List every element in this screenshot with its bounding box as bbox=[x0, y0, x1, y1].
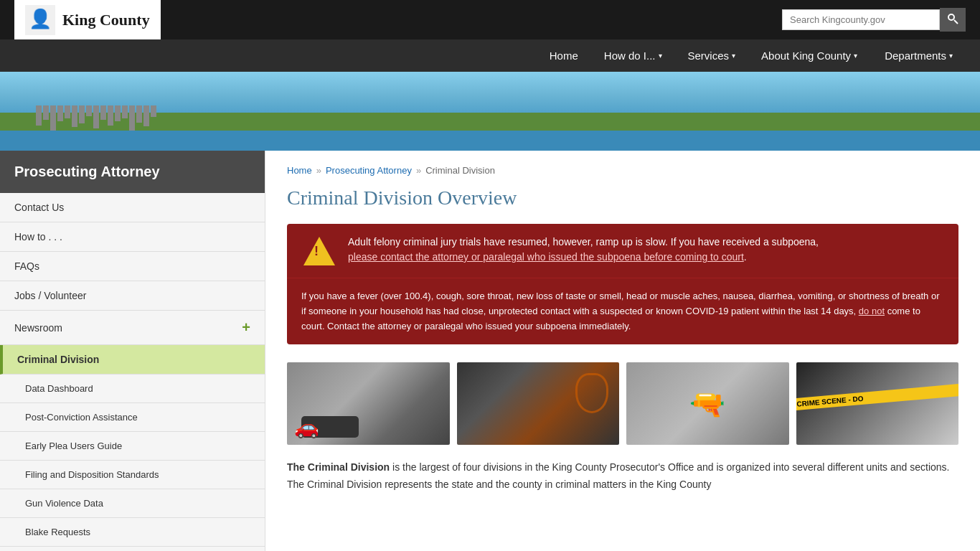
sidebar-item-newsroom[interactable]: Newsroom + bbox=[0, 311, 265, 345]
alert-bottom: If you have a fever (over 100.4), cough,… bbox=[287, 278, 958, 344]
sidebar-item-faqs[interactable]: FAQs bbox=[0, 252, 265, 281]
main-content: Home » Prosecuting Attorney » Criminal D… bbox=[265, 151, 980, 551]
sidebar-item-gun-violence[interactable]: Gun Violence Data bbox=[0, 489, 265, 518]
description-text: The Criminal Division is the largest of … bbox=[287, 459, 958, 494]
sidebar: Prosecuting Attorney Contact Us How to .… bbox=[0, 151, 265, 551]
nav-about-king-county[interactable]: About King County ▾ bbox=[748, 39, 872, 72]
sidebar-item-criminal-division[interactable]: Criminal Division bbox=[0, 345, 265, 375]
sidebar-item-filing-standards[interactable]: Filing and Disposition Standards bbox=[0, 461, 265, 489]
nav-bar: Home How do I... ▾ Services ▾ About King… bbox=[0, 39, 980, 72]
chevron-down-icon: ▾ bbox=[732, 52, 735, 60]
photo-forensics bbox=[457, 362, 620, 445]
nav-how-do-i[interactable]: How do I... ▾ bbox=[591, 39, 675, 72]
breadcrumb-home[interactable]: Home bbox=[287, 165, 312, 176]
svg-text:👤: 👤 bbox=[29, 7, 52, 30]
top-bar: 👤 King County bbox=[0, 0, 980, 39]
hero-water bbox=[0, 129, 980, 151]
breadcrumb: Home » Prosecuting Attorney » Criminal D… bbox=[287, 165, 958, 176]
svg-line-3 bbox=[954, 20, 958, 24]
sidebar-item-data-dashboard[interactable]: Data Dashboard bbox=[0, 375, 265, 403]
alert-icon bbox=[301, 235, 337, 267]
search-input[interactable] bbox=[782, 9, 940, 30]
newsroom-label: Newsroom bbox=[14, 322, 62, 334]
logo-text: King County bbox=[62, 11, 150, 29]
sidebar-item-post-conviction[interactable]: Post-Conviction Assistance bbox=[0, 403, 265, 432]
photo-gun bbox=[626, 362, 789, 445]
logo-area[interactable]: 👤 King County bbox=[14, 0, 161, 39]
chevron-down-icon: ▾ bbox=[659, 52, 662, 60]
chevron-down-icon: ▾ bbox=[854, 52, 857, 60]
hero-scene bbox=[0, 104, 980, 151]
breadcrumb-separator: » bbox=[416, 165, 421, 176]
nav-home[interactable]: Home bbox=[537, 39, 591, 72]
alert-top: Adult felony criminal jury trials have r… bbox=[287, 224, 958, 278]
nav-departments[interactable]: Departments ▾ bbox=[872, 39, 966, 72]
search-button[interactable] bbox=[940, 8, 966, 32]
nav-services[interactable]: Services ▾ bbox=[675, 39, 749, 72]
photo-accident-scene bbox=[287, 362, 450, 445]
hero-buildings bbox=[36, 105, 156, 131]
warning-triangle-icon bbox=[303, 237, 335, 265]
breadcrumb-prosecuting-attorney[interactable]: Prosecuting Attorney bbox=[326, 165, 412, 176]
alert-top-text: Adult felony criminal jury trials have r… bbox=[348, 235, 819, 265]
search-icon bbox=[947, 13, 958, 24]
plus-icon[interactable]: + bbox=[242, 319, 250, 336]
main-wrapper: Prosecuting Attorney Contact Us How to .… bbox=[0, 151, 980, 551]
sidebar-item-how-to[interactable]: How to . . . bbox=[0, 222, 265, 252]
chevron-down-icon: ▾ bbox=[949, 52, 953, 60]
breadcrumb-current: Criminal Division bbox=[425, 165, 495, 176]
sidebar-item-early-plea[interactable]: Early Plea Users Guide bbox=[0, 432, 265, 461]
sidebar-item-blake-requests[interactable]: Blake Requests bbox=[0, 518, 265, 547]
sidebar-nav: Contact Us How to . . . FAQs Jobs / Volu… bbox=[0, 193, 265, 551]
page-title: Criminal Division Overview bbox=[287, 187, 958, 209]
breadcrumb-separator: » bbox=[316, 165, 321, 176]
sidebar-item-lead-diversion[interactable]: LEAD Diversion Program bbox=[0, 547, 265, 551]
alert-do-not-link[interactable]: do not bbox=[859, 306, 885, 316]
sidebar-item-jobs-volunteer[interactable]: Jobs / Volunteer bbox=[0, 281, 265, 311]
photo-crime-scene-tape bbox=[796, 362, 959, 445]
photos-row bbox=[287, 362, 958, 445]
svg-point-2 bbox=[948, 14, 954, 20]
king-county-logo-icon: 👤 bbox=[25, 5, 55, 35]
alert-box: Adult felony criminal jury trials have r… bbox=[287, 224, 958, 344]
sidebar-title: Prosecuting Attorney bbox=[0, 151, 265, 193]
search-area bbox=[782, 8, 966, 32]
alert-subpoena-link[interactable]: please contact the attorney or paralegal… bbox=[348, 251, 744, 263]
hero-image bbox=[0, 72, 980, 151]
sidebar-item-contact-us[interactable]: Contact Us bbox=[0, 193, 265, 222]
